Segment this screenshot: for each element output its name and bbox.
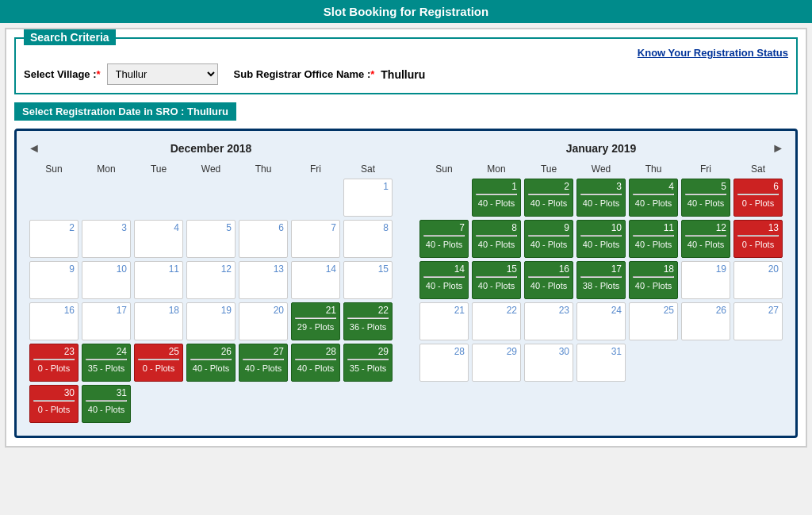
- calendars-wrapper: ◄ December 2018 Sun Mon Tue Wed Thu Fri …: [28, 142, 784, 425]
- calendar-day: 1: [343, 179, 393, 217]
- village-select[interactable]: Thullur: [107, 63, 218, 85]
- prev-month-button[interactable]: ◄: [28, 141, 40, 156]
- calendar-day: 19: [681, 261, 730, 299]
- calendar-day[interactable]: 440 - Plots: [629, 179, 678, 217]
- weekday-thu: Thu: [627, 161, 680, 177]
- weekday-wed: Wed: [185, 161, 237, 177]
- calendar-day: 20: [733, 261, 783, 299]
- weekday-mon: Mon: [80, 161, 132, 177]
- calendar-day[interactable]: 1240 - Plots: [681, 220, 730, 258]
- calendar-day: 13: [239, 261, 288, 299]
- january-calendar: January 2019 ► Sun Mon Tue Wed Thu Fri S…: [418, 142, 784, 425]
- calendar-day: 22: [472, 302, 521, 340]
- calendar-day[interactable]: 60 - Plots: [733, 179, 783, 217]
- main-container: Search Criteria Know Your Registration S…: [5, 28, 807, 448]
- calendar-day: 21: [419, 302, 469, 340]
- calendar-day[interactable]: 2129 - Plots: [291, 302, 340, 340]
- weekday-fri: Fri: [289, 161, 342, 177]
- dec-month-title: December 2018: [170, 142, 252, 155]
- calendar-day[interactable]: 1840 - Plots: [629, 261, 678, 299]
- next-month-button[interactable]: ►: [772, 141, 784, 156]
- weekday-mon: Mon: [470, 161, 523, 177]
- calendar-day[interactable]: 300 - Plots: [29, 385, 79, 423]
- weekday-tue: Tue: [523, 161, 575, 177]
- calendar-day[interactable]: 2435 - Plots: [82, 344, 131, 382]
- calendar-day: 17: [82, 302, 131, 340]
- form-row: Select Village :* Thullur Sub Registrar …: [24, 63, 788, 85]
- sro-group: Sub Registrar Office Name :* Thulluru: [234, 68, 426, 81]
- village-label: Select Village :*: [24, 68, 101, 80]
- search-criteria-box: Search Criteria Know Your Registration S…: [14, 37, 798, 94]
- jan-header: January 2019 ►: [418, 142, 784, 155]
- calendar-day[interactable]: 740 - Plots: [419, 220, 469, 258]
- calendar-day: 26: [681, 302, 730, 340]
- calendar-day[interactable]: 1540 - Plots: [472, 261, 521, 299]
- weekday-wed: Wed: [575, 161, 627, 177]
- calendar-day[interactable]: 2840 - Plots: [291, 344, 340, 382]
- weekday-sat: Sat: [342, 161, 394, 177]
- weekday-sun: Sun: [418, 161, 470, 177]
- december-calendar: ◄ December 2018 Sun Mon Tue Wed Thu Fri …: [28, 142, 394, 425]
- know-link-container: Know Your Registration Status: [24, 47, 788, 59]
- calendar-day: 18: [134, 302, 183, 340]
- weekday-sun: Sun: [28, 161, 80, 177]
- calendar-day: 7: [291, 220, 340, 258]
- calendar-outer: ◄ December 2018 Sun Mon Tue Wed Thu Fri …: [14, 129, 798, 438]
- calendar-day: 16: [29, 302, 79, 340]
- calendar-day[interactable]: 540 - Plots: [681, 179, 730, 217]
- calendar-day: 15: [343, 261, 393, 299]
- calendar-day: 4: [134, 220, 183, 258]
- weekday-thu: Thu: [237, 161, 289, 177]
- calendar-day: 19: [186, 302, 236, 340]
- calendar-day[interactable]: 1040 - Plots: [576, 220, 626, 258]
- calendar-day: 12: [186, 261, 236, 299]
- weekday-fri: Fri: [680, 161, 732, 177]
- jan-weekdays-row: Sun Mon Tue Wed Thu Fri Sat: [418, 161, 784, 177]
- calendar-day[interactable]: 840 - Plots: [472, 220, 521, 258]
- dec-grid: Sun Mon Tue Wed Thu Fri Sat 123456789101…: [28, 161, 394, 425]
- calendar-day[interactable]: 1440 - Plots: [419, 261, 469, 299]
- calendar-day[interactable]: 2236 - Plots: [343, 302, 393, 340]
- dec-header: ◄ December 2018: [28, 142, 394, 155]
- calendar-day: 9: [29, 261, 79, 299]
- know-your-registration-link[interactable]: Know Your Registration Status: [638, 47, 788, 59]
- calendar-day: 31: [576, 344, 626, 382]
- calendar-day[interactable]: 2935 - Plots: [343, 344, 393, 382]
- calendar-day[interactable]: 230 - Plots: [29, 344, 79, 382]
- jan-month-title: January 2019: [566, 142, 637, 155]
- top-bar: Slot Booking for Registration: [0, 0, 812, 23]
- calendar-day[interactable]: 240 - Plots: [524, 179, 573, 217]
- calendar-day[interactable]: 1140 - Plots: [629, 220, 678, 258]
- sro-value: Thulluru: [381, 68, 425, 81]
- calendar-day: 5: [186, 220, 236, 258]
- calendar-day[interactable]: 1640 - Plots: [524, 261, 573, 299]
- weekday-tue: Tue: [132, 161, 185, 177]
- calendar-day[interactable]: 140 - Plots: [472, 179, 521, 217]
- calendar-day: 10: [82, 261, 131, 299]
- calendar-day[interactable]: 250 - Plots: [134, 344, 183, 382]
- calendar-day: 25: [629, 302, 678, 340]
- calendar-day[interactable]: 130 - Plots: [733, 220, 783, 258]
- calendar-section-title: Select Registration Date in SRO : Thullu…: [14, 102, 236, 121]
- calendar-day[interactable]: 3140 - Plots: [82, 385, 131, 423]
- village-group: Select Village :* Thullur: [24, 63, 218, 85]
- calendar-day: 20: [239, 302, 288, 340]
- page-title: Slot Booking for Registration: [324, 5, 488, 18]
- calendar-day: 28: [419, 344, 469, 382]
- weekday-sat: Sat: [732, 161, 784, 177]
- calendar-day: 8: [343, 220, 393, 258]
- calendar-day[interactable]: 340 - Plots: [576, 179, 626, 217]
- calendar-day: 30: [524, 344, 573, 382]
- calendar-day[interactable]: 2740 - Plots: [239, 344, 288, 382]
- sro-label: Sub Registrar Office Name :*: [234, 68, 375, 80]
- calendar-day: 27: [733, 302, 783, 340]
- calendar-day: 3: [82, 220, 131, 258]
- calendar-day[interactable]: 1738 - Plots: [576, 261, 626, 299]
- calendar-day: 6: [239, 220, 288, 258]
- jan-grid: Sun Mon Tue Wed Thu Fri Sat 140 - Plots2…: [418, 161, 784, 425]
- calendar-day: 11: [134, 261, 183, 299]
- calendar-day: 24: [576, 302, 626, 340]
- calendar-day[interactable]: 940 - Plots: [524, 220, 573, 258]
- calendar-day[interactable]: 2640 - Plots: [186, 344, 236, 382]
- calendar-day: 14: [291, 261, 340, 299]
